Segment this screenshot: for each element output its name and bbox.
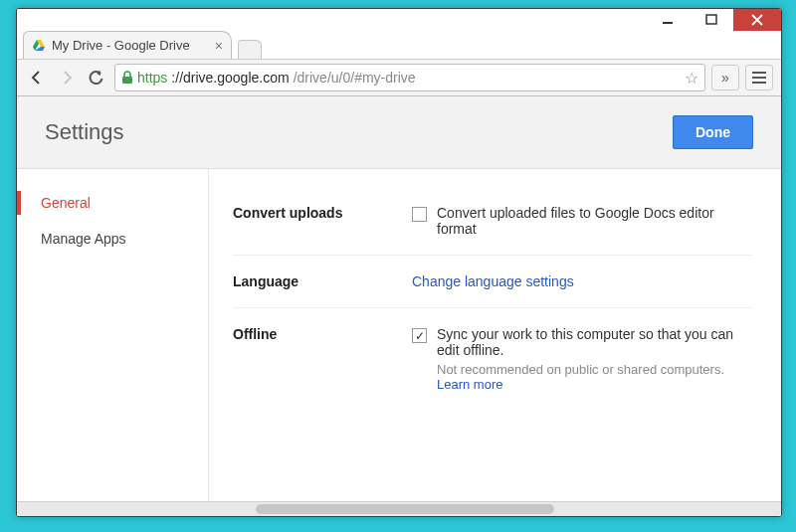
close-icon <box>751 14 763 26</box>
settings-title: Settings <box>45 119 673 145</box>
browser-tab[interactable]: My Drive - Google Drive × <box>23 31 232 59</box>
arrow-left-icon <box>29 70 45 86</box>
browser-window: My Drive - Google Drive × https ://drive… <box>16 8 782 517</box>
svg-rect-1 <box>706 15 716 24</box>
svg-rect-9 <box>752 72 766 74</box>
tab-close-button[interactable]: × <box>215 38 223 54</box>
settings-header: Settings Done <box>17 96 781 169</box>
hamburger-icon <box>752 72 766 84</box>
svg-rect-10 <box>752 77 766 79</box>
horizontal-scrollbar[interactable] <box>17 501 781 516</box>
learn-more-link[interactable]: Learn more <box>437 377 502 392</box>
setting-label: Convert uploads <box>233 205 412 237</box>
done-button[interactable]: Done <box>673 115 753 149</box>
forward-button[interactable] <box>55 66 79 89</box>
new-tab-button[interactable] <box>238 40 262 59</box>
maximize-icon <box>705 14 717 26</box>
settings-body: General Manage Apps lo P Convert uploads <box>17 169 781 501</box>
offline-helper-text: Not recommended on public or shared comp… <box>437 362 724 377</box>
url-path: /drive/u/0/#my-drive <box>294 70 416 86</box>
sidebar-item-label: General <box>41 195 91 211</box>
lock-icon <box>121 71 133 85</box>
tab-strip: My Drive - Google Drive × <box>17 31 781 59</box>
convert-uploads-text: Convert uploaded files to Google Docs ed… <box>437 205 753 237</box>
settings-main: Convert uploads Convert uploaded files t… <box>209 169 781 501</box>
chevron-right-icon: » <box>721 70 729 86</box>
setting-label: Offline <box>233 326 412 392</box>
arrow-right-icon <box>59 70 75 86</box>
offline-sync-text: Sync your work to this computer so that … <box>437 326 753 358</box>
page-content: Settings Done General Manage Apps lo P <box>17 96 781 516</box>
convert-uploads-checkbox[interactable] <box>412 207 427 222</box>
sidebar-item-general[interactable]: General <box>17 185 208 221</box>
setting-label: Language <box>233 273 412 289</box>
back-button[interactable] <box>25 66 49 89</box>
setting-row-convert: Convert uploads Convert uploaded files t… <box>233 187 753 256</box>
svg-rect-0 <box>663 22 673 24</box>
reload-icon <box>89 70 104 86</box>
change-language-link[interactable]: Change language settings <box>412 273 574 289</box>
sidebar-item-manage-apps[interactable]: Manage Apps <box>17 221 208 257</box>
svg-rect-8 <box>122 77 132 84</box>
bookmark-star-button[interactable]: ☆ <box>685 69 698 88</box>
drive-favicon-icon <box>32 39 46 53</box>
sidebar-item-label: Manage Apps <box>41 231 126 247</box>
url-scheme: https <box>137 70 167 86</box>
window-close-button[interactable] <box>733 9 781 31</box>
overflow-button[interactable]: » <box>711 65 739 90</box>
window-minimize-button[interactable] <box>646 9 690 31</box>
menu-button[interactable] <box>745 65 773 90</box>
window-maximize-button[interactable] <box>690 9 733 31</box>
scrollbar-thumb[interactable] <box>256 504 554 514</box>
browser-toolbar: https ://drive.google.com /drive/u/0/#my… <box>17 59 781 96</box>
offline-sync-helper: Not recommended on public or shared comp… <box>437 362 753 392</box>
url-host: ://drive.google.com <box>171 70 289 86</box>
setting-row-offline: Offline ✓ Sync your work to this compute… <box>233 308 753 410</box>
reload-button[interactable] <box>85 66 108 89</box>
settings-sidebar: General Manage Apps lo P <box>17 169 209 501</box>
offline-sync-checkbox[interactable]: ✓ <box>412 328 427 343</box>
minimize-icon <box>662 14 674 26</box>
svg-rect-11 <box>752 82 766 84</box>
setting-row-language: Language Change language settings <box>233 256 753 308</box>
address-bar[interactable]: https ://drive.google.com /drive/u/0/#my… <box>114 64 705 91</box>
tab-title: My Drive - Google Drive <box>52 38 209 53</box>
